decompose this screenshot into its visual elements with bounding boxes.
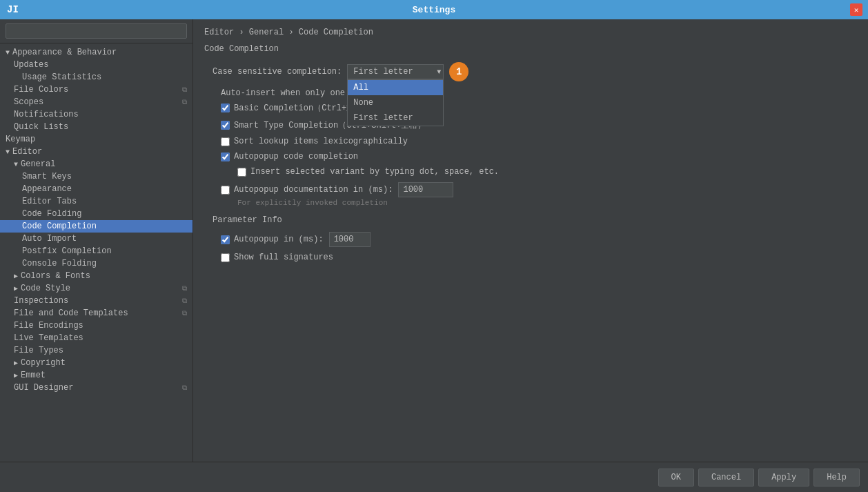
- sidebar-item-auto-import[interactable]: Auto Import: [0, 233, 193, 245]
- sidebar-item-file-encodings[interactable]: File Encodings: [0, 319, 193, 332]
- sidebar-item-label: Smart Keys: [22, 172, 72, 181]
- sidebar-item-scopes[interactable]: Scopes ⧉: [0, 96, 193, 108]
- sidebar-item-code-style[interactable]: ▶ Code Style ⧉: [0, 282, 193, 295]
- sidebar-item-file-colors[interactable]: File Colors ⧉: [0, 83, 193, 96]
- dropdown-option-none[interactable]: None: [348, 95, 443, 110]
- insert-selected-checkbox[interactable]: [237, 168, 246, 177]
- show-full-sig-checkbox[interactable]: [221, 253, 230, 262]
- autopopup-row: Autopopup code completion: [204, 152, 857, 161]
- dropdown-option-all[interactable]: All: [348, 80, 443, 95]
- parameter-info-title: Parameter Info: [204, 215, 857, 225]
- copy-icon: ⧉: [182, 297, 187, 305]
- sidebar-item-general[interactable]: ▼ General: [0, 158, 193, 170]
- sidebar-item-label: Code Style: [21, 284, 70, 293]
- sidebar-item-label: Updates: [14, 60, 48, 70]
- sidebar-item-label: File and Code Templates: [14, 308, 128, 318]
- param-autopopup-row: Autopopup in (ms):: [204, 232, 857, 247]
- apply-button[interactable]: Apply: [758, 469, 809, 486]
- autopopup-doc-label: Autopopup documentation in (ms):: [234, 185, 393, 195]
- dropdown-menu: All None First letter: [347, 79, 444, 126]
- sidebar-item-label: Editor Tabs: [22, 197, 77, 206]
- close-button[interactable]: ✕: [850, 3, 862, 16]
- sidebar-item-label: Live Templates: [14, 333, 83, 343]
- search-input[interactable]: [6, 23, 187, 39]
- case-sensitive-dropdown[interactable]: First letter ▼ All None First letter: [347, 64, 444, 79]
- sort-lookup-checkbox[interactable]: [221, 137, 230, 146]
- sidebar-item-notifications[interactable]: Notifications: [0, 108, 193, 121]
- content-area: ▼ Appearance & Behavior Updates Usage St…: [0, 19, 868, 462]
- param-autopopup-checkbox[interactable]: [221, 235, 230, 244]
- sidebar-item-label: Postfix Completion: [22, 246, 112, 256]
- sidebar-item-colors-fonts[interactable]: ▶ Colors & Fonts: [0, 270, 193, 282]
- sidebar-item-code-folding[interactable]: Code Folding: [0, 208, 193, 220]
- case-sensitive-label: Case sensitive completion:: [213, 67, 342, 77]
- sidebar-item-label: File Types: [14, 346, 63, 355]
- badge-number: 1: [449, 62, 468, 81]
- show-full-sig-label: Show full signatures: [234, 253, 333, 262]
- title-bar: JI Settings ✕: [0, 0, 868, 19]
- sidebar-item-file-code-templates[interactable]: File and Code Templates ⧉: [0, 307, 193, 319]
- sidebar-item-editor-tabs[interactable]: Editor Tabs: [0, 195, 193, 208]
- smart-type-checkbox[interactable]: [221, 121, 230, 130]
- copy-icon: ⧉: [182, 86, 187, 94]
- cancel-button[interactable]: Cancel: [698, 469, 754, 486]
- sidebar-item-label: Appearance: [22, 184, 72, 194]
- autopopup-doc-checkbox[interactable]: [221, 186, 230, 195]
- sidebar-item-smart-keys[interactable]: Smart Keys: [0, 170, 193, 183]
- sidebar-item-postfix-completion[interactable]: Postfix Completion: [0, 245, 193, 257]
- sidebar-item-label: Colors & Fonts: [21, 271, 90, 281]
- help-button[interactable]: Help: [813, 469, 860, 486]
- hint-explicitly: For explicitly invoked completion: [204, 199, 857, 207]
- sidebar-item-copyright[interactable]: ▶ Copyright: [0, 357, 193, 369]
- basic-completion-row: Basic Completion（Ctrl+退号）: [204, 102, 857, 114]
- sidebar-item-label: Appearance & Behavior: [12, 48, 117, 57]
- sidebar: ▼ Appearance & Behavior Updates Usage St…: [0, 19, 193, 462]
- dropdown-option-first-letter[interactable]: First letter: [348, 110, 443, 126]
- sidebar-item-editor[interactable]: ▼ Editor: [0, 146, 193, 158]
- sidebar-item-label: Code Folding: [22, 209, 81, 219]
- arrow-icon: ▼: [14, 161, 18, 168]
- sidebar-item-label: Auto Import: [22, 234, 77, 244]
- sidebar-item-console-folding[interactable]: Console Folding: [0, 257, 193, 270]
- sidebar-item-inspections[interactable]: Inspections ⧉: [0, 295, 193, 307]
- sidebar-item-updates[interactable]: Updates: [0, 59, 193, 71]
- sidebar-item-label: General: [21, 159, 55, 169]
- section-title: Code Completion: [204, 44, 857, 54]
- sidebar-item-code-completion[interactable]: Code Completion: [0, 220, 193, 233]
- sort-lookup-label: Sort lookup items lexicographically: [234, 137, 408, 146]
- sidebar-item-quick-lists[interactable]: Quick Lists: [0, 121, 193, 133]
- sidebar-item-label: File Encodings: [14, 321, 83, 331]
- sidebar-item-file-types[interactable]: File Types: [0, 344, 193, 357]
- sidebar-item-keymap[interactable]: Keymap: [0, 133, 193, 146]
- ok-button[interactable]: OK: [658, 469, 694, 486]
- sidebar-item-label: File Colors: [14, 85, 68, 95]
- arrow-icon: ▼: [6, 49, 10, 57]
- breadcrumb: Editor › General › Code Completion: [204, 28, 857, 37]
- sidebar-item-usage-statistics[interactable]: Usage Statistics: [0, 71, 193, 83]
- smart-type-row: Smart Type Completion（Ctrl+Shift+空格）: [204, 119, 857, 131]
- copy-icon: ⧉: [182, 384, 187, 392]
- autopopup-doc-input[interactable]: [398, 182, 453, 197]
- sidebar-item-label: GUI Designer: [14, 383, 73, 393]
- dropdown-button[interactable]: First letter: [347, 64, 444, 79]
- sidebar-item-label: Code Completion: [22, 222, 97, 231]
- sidebar-item-emmet[interactable]: ▶ Emmet: [0, 369, 193, 382]
- arrow-icon: ▶: [14, 371, 18, 380]
- autopopup-checkbox[interactable]: [221, 152, 230, 161]
- sidebar-item-live-templates[interactable]: Live Templates: [0, 332, 193, 344]
- copy-icon: ⧉: [182, 99, 187, 106]
- main-panel: Editor › General › Code Completion Code …: [193, 19, 868, 462]
- copy-icon: ⧉: [182, 285, 187, 293]
- sidebar-tree: ▼ Appearance & Behavior Updates Usage St…: [0, 43, 193, 397]
- sidebar-item-appearance-behavior[interactable]: ▼ Appearance & Behavior: [0, 46, 193, 59]
- basic-completion-checkbox[interactable]: [221, 104, 230, 112]
- sidebar-item-gui-designer[interactable]: GUI Designer ⧉: [0, 382, 193, 394]
- window-title: Settings: [413, 5, 455, 15]
- param-autopopup-input[interactable]: [329, 232, 371, 247]
- case-sensitive-row: Case sensitive completion: First letter …: [204, 62, 857, 81]
- sidebar-item-label: Console Folding: [22, 259, 97, 268]
- param-autopopup-label: Autopopup in (ms):: [234, 235, 324, 244]
- sidebar-item-label: Emmet: [21, 371, 46, 380]
- search-box: [0, 19, 193, 43]
- sidebar-item-appearance[interactable]: Appearance: [0, 183, 193, 195]
